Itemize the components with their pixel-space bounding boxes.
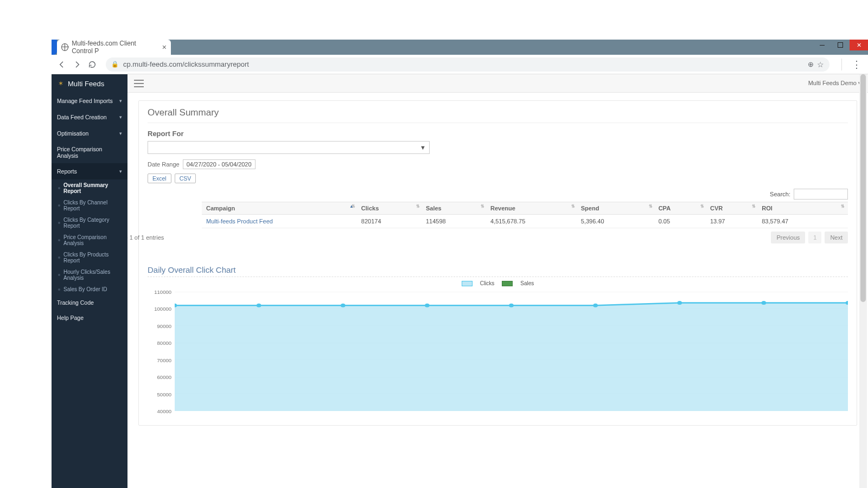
sidebar-group-reports[interactable]: Reports ▾ [52,163,127,179]
col-label: Sales [426,205,442,211]
col-label: Spend [581,205,599,211]
col-label: CPA [659,205,671,211]
sidebar-sub-hourly-clicks-sales[interactable]: Hourly Clicks/Sales Analysis [52,266,127,284]
sidebar-toggle-button[interactable] [134,80,144,87]
chevron-down-icon: ▾ [119,169,122,174]
sidebar-sub-clicks-by-category[interactable]: Clicks By Category Report [52,214,127,232]
tab-close-icon[interactable]: × [162,43,167,52]
chart-title: Daily Overall Click Chart [148,265,848,277]
lock-icon: 🔒 [111,61,119,68]
cell-cvr: 13.97 [706,215,757,228]
svg-point-15 [762,301,767,305]
table-footer: Showing 1 to 1 of 1 entries Previous 1 N… [148,232,848,249]
svg-point-10 [341,304,346,307]
date-range-input[interactable]: 04/27/2020 - 05/04/2020 [183,159,256,169]
url-field[interactable]: 🔒 cp.multi-feeds.com/clickssummaryreport… [106,57,829,72]
sidebar-group-data-feed-creation[interactable]: Data Feed Creation ▾ [52,109,127,125]
chevron-down-icon: ▾ [119,98,122,104]
nav-back-button[interactable] [56,59,68,70]
chart-area: 1100001000009000080000700006000050000400… [148,288,848,413]
cell-sales: 114598 [422,215,486,228]
cell-campaign[interactable]: Multi-feeds Product Feed [202,215,357,228]
chart-legend: Clicks Sales [148,280,848,286]
sidebar-group-manage-feed-imports[interactable]: Manage Feed Imports ▾ [52,93,127,109]
svg-point-12 [509,304,514,307]
pager-prev-button[interactable]: Previous [771,232,805,243]
addressbar-divider [841,59,842,70]
chevron-down-icon: ▾ [119,114,122,120]
col-label: Campaign [206,205,235,211]
y-tick-label: 40000 [157,408,171,414]
legend-swatch-sales [502,281,513,286]
content-panel: Overall Summary Report For ▼ Date Range … [138,100,857,426]
sidebar-sub-label: Overall Summary Report [63,182,108,194]
chevron-down-icon: ▾ [119,131,122,136]
sidebar-item-tracking-code[interactable]: Tracking Code [52,295,127,310]
window-minimize-button[interactable] [813,40,831,50]
report-for-select[interactable]: ▼ [148,141,430,154]
cell-roi: 83,579.47 [757,215,848,228]
sidebar: ✶ Multi Feeds Manage Feed Imports ▾ Data… [52,74,127,488]
y-tick-label: 80000 [157,340,171,346]
col-clicks[interactable]: ⇅Clicks [357,202,422,215]
pager: Previous 1 Next [771,232,848,243]
nav-reload-button[interactable] [86,59,98,70]
sidebar-sub-clicks-by-products[interactable]: Clicks By Products Report [52,249,127,266]
y-tick-label: 60000 [157,374,171,380]
svg-point-9 [257,304,261,307]
browser-menu-button[interactable]: ⋮ [850,59,864,70]
window-close-button[interactable] [850,40,868,50]
export-csv-button[interactable]: CSV [175,174,196,183]
svg-point-13 [593,304,598,307]
svg-point-14 [677,301,682,305]
col-cpa[interactable]: ⇅CPA [654,202,706,215]
legend-label-clicks: Clicks [480,280,495,286]
browser-window: Multi-feeds.com Client Control P × 🔒 cp.… [52,40,868,488]
table-row[interactable]: Multi-feeds Product Feed 820174 114598 4… [202,215,848,228]
col-label: ROI [762,205,773,211]
col-roi[interactable]: ⇅ROI⇅ [757,202,848,215]
export-excel-button[interactable]: Excel [148,174,171,183]
bookmark-star-icon[interactable]: ☆ [817,60,824,69]
sidebar-reports-submenu: Overall Summary Report Clicks By Channel… [52,179,127,295]
zoom-search-icon[interactable]: ⊕ [808,60,814,68]
nav-forward-button[interactable] [71,59,83,70]
table-search-input[interactable] [794,189,848,200]
sidebar-sub-clicks-by-channel[interactable]: Clicks By Channel Report [52,197,127,214]
y-tick-label: 110000 [154,289,171,295]
sidebar-group-label: Data Feed Creation [57,114,107,120]
svg-point-11 [425,304,430,307]
content-scrollbar[interactable] [859,74,867,488]
pager-page-number[interactable]: 1 [808,232,821,243]
sidebar-group-optimisation[interactable]: Optimisation ▾ [52,125,127,142]
col-cvr[interactable]: ⇅CVR [706,202,757,215]
user-menu[interactable]: Multi Feeds Demo ▾ [808,80,861,87]
col-campaign[interactable]: Campaign▲ [202,202,357,215]
sidebar-item-label: Help Page [57,314,84,321]
col-spend[interactable]: ⇅Spend [577,202,654,215]
browser-tab[interactable]: Multi-feeds.com Client Control P × [57,40,171,55]
y-tick-label: 50000 [157,391,171,397]
scrollbar-thumb[interactable] [860,74,866,302]
sidebar-sub-label: Clicks By Channel Report [63,200,107,211]
export-row: Excel CSV [148,174,848,183]
sidebar-item-price-comparison[interactable]: Price Comparison Analysis [52,142,127,163]
sidebar-sub-sales-by-order-id[interactable]: Sales By Order ID [52,284,127,295]
window-maximize-button[interactable] [831,40,850,50]
sidebar-sub-price-comparison[interactable]: Price Comparison Analysis [52,232,127,249]
col-revenue[interactable]: ⇅Revenue [486,202,577,215]
sidebar-item-help-page[interactable]: Help Page [52,310,127,325]
browser-titlebar: Multi-feeds.com Client Control P × [52,40,868,55]
brand[interactable]: ✶ Multi Feeds [52,74,127,93]
tab-accent [52,40,57,55]
page-title: Overall Summary [148,104,848,123]
col-sales[interactable]: ⇅Sales [422,202,486,215]
sidebar-sub-label: Price Comparison Analysis [63,234,106,246]
pager-next-button[interactable]: Next [825,232,848,243]
legend-swatch-clicks [462,281,473,286]
brand-star-icon: ✶ [58,80,63,87]
brand-label: Multi Feeds [68,80,104,88]
browser-addressbar: 🔒 cp.multi-feeds.com/clickssummaryreport… [52,55,868,74]
sidebar-sub-overall-summary[interactable]: Overall Summary Report [52,179,127,197]
cell-spend: 5,396.40 [577,215,654,228]
